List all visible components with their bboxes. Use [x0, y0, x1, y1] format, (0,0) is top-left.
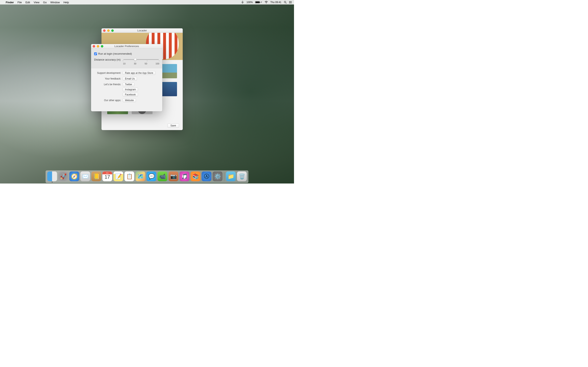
- wifi-icon[interactable]: [265, 1, 268, 3]
- rate-app-button[interactable]: Rate app at the App Store: [123, 71, 155, 75]
- close-icon[interactable]: [93, 45, 95, 48]
- support-label: Support development:: [91, 72, 123, 75]
- svg-point-8: [289, 3, 290, 3]
- website-button[interactable]: Website: [123, 99, 136, 102]
- slider-tick-label: 100: [156, 62, 159, 65]
- slider-tick-label: 10: [123, 62, 125, 65]
- save-button[interactable]: Save: [167, 124, 179, 128]
- dock-appstore-icon[interactable]: Ⓐ: [202, 171, 212, 181]
- dock-downloads-icon[interactable]: 📁: [226, 171, 236, 181]
- friends-label: Let's be friends:: [91, 83, 123, 86]
- twitter-button[interactable]: Twitter: [123, 83, 134, 86]
- dock-photobooth-icon[interactable]: 📷: [169, 171, 178, 181]
- svg-point-7: [289, 2, 290, 2]
- menu-help[interactable]: Help: [63, 1, 69, 4]
- run-at-login-row[interactable]: Run at login (recommended): [94, 52, 159, 55]
- dock-calendar-icon[interactable]: JUL 17: [103, 171, 112, 181]
- menu-file[interactable]: File: [17, 1, 22, 4]
- menubar-datetime[interactable]: Thu 09:41: [270, 1, 281, 4]
- maximize-icon[interactable]: [111, 29, 114, 32]
- locader-titlebar[interactable]: Locader: [102, 28, 183, 33]
- close-icon[interactable]: [103, 29, 105, 32]
- dock-itunes-icon[interactable]: 🎵: [180, 171, 190, 181]
- dock-trash-icon[interactable]: 🗑️: [237, 171, 247, 181]
- dock-notes-icon[interactable]: 📝: [113, 171, 123, 181]
- dock-finder-icon[interactable]: [47, 171, 57, 181]
- distance-accuracy-label: Distance accuracy (m): [94, 58, 121, 61]
- minimize-icon[interactable]: [97, 45, 99, 48]
- battery-icon[interactable]: [255, 1, 260, 3]
- minimize-icon[interactable]: [107, 29, 110, 32]
- dock-mail-icon[interactable]: ✉️: [80, 171, 90, 181]
- svg-point-0: [266, 3, 267, 3]
- charging-icon: ⚡︎: [260, 1, 262, 4]
- menubar: Finder File Edit View Go Window Help 100…: [0, 0, 294, 4]
- dock-system-preferences-icon[interactable]: ⚙️: [213, 171, 223, 181]
- notification-center-icon[interactable]: [289, 1, 292, 3]
- feedback-label: Your feedback:: [91, 77, 123, 80]
- menu-view[interactable]: View: [34, 1, 39, 4]
- svg-point-1: [284, 1, 286, 3]
- maximize-icon[interactable]: [101, 45, 103, 48]
- menu-window[interactable]: Window: [50, 1, 60, 4]
- spotlight-icon[interactable]: [284, 1, 287, 4]
- dock-messages-icon[interactable]: 💬: [147, 171, 156, 181]
- battery-percent[interactable]: 100%: [246, 1, 253, 4]
- dock-launchpad-icon[interactable]: 🚀: [58, 171, 68, 181]
- dock-safari-icon[interactable]: 🧭: [69, 171, 79, 181]
- distance-slider[interactable]: [123, 59, 159, 60]
- dock-contacts-icon[interactable]: 📒: [91, 171, 101, 181]
- preferences-window: Locader Preferences Run at login (recomm…: [91, 44, 162, 111]
- slider-tick-label: 50: [145, 62, 147, 65]
- svg-line-2: [286, 3, 286, 3]
- run-at-login-label: Run at login (recommended): [98, 52, 132, 55]
- facebook-button[interactable]: Facebook: [123, 93, 138, 96]
- svg-point-6: [289, 1, 290, 2]
- calendar-month: JUL: [103, 171, 112, 174]
- desktop: Finder File Edit View Go Window Help 100…: [0, 0, 294, 184]
- prefs-titlebar[interactable]: Locader Preferences: [91, 44, 162, 49]
- prefs-title: Locader Preferences: [114, 45, 139, 48]
- dock-maps-icon[interactable]: 🗺️: [136, 171, 145, 181]
- mic-icon[interactable]: [241, 1, 244, 4]
- menubar-app-name[interactable]: Finder: [6, 1, 14, 4]
- calendar-day: 17: [104, 174, 110, 180]
- email-us-button[interactable]: Email Us: [123, 77, 137, 81]
- other-apps-label: Our other apps:: [91, 99, 123, 102]
- dock: 🚀 🧭 ✉️ 📒 JUL 17 📝 📋 🗺️ 💬 📹 📷 🎵 📚 Ⓐ ⚙️ 📁 …: [46, 170, 249, 183]
- run-at-login-checkbox[interactable]: [94, 52, 97, 55]
- slider-tick-label: 30: [134, 62, 136, 65]
- dock-ibooks-icon[interactable]: 📚: [191, 171, 200, 181]
- dock-facetime-icon[interactable]: 📹: [158, 171, 167, 181]
- menu-go[interactable]: Go: [43, 1, 47, 4]
- instagram-button[interactable]: Instagram: [123, 88, 138, 91]
- dock-reminders-icon[interactable]: 📋: [125, 171, 134, 181]
- locader-title: Locader: [138, 29, 147, 32]
- menu-edit[interactable]: Edit: [26, 1, 30, 4]
